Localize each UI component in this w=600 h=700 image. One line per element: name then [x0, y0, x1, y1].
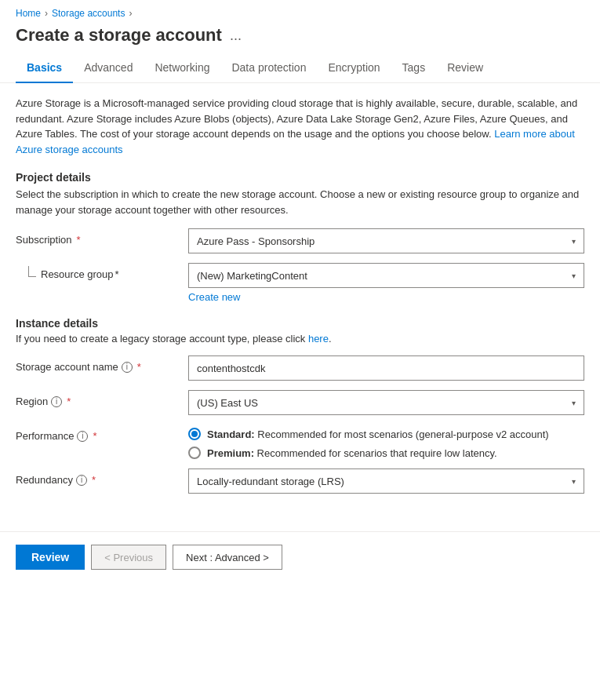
tab-data-protection[interactable]: Data protection	[220, 55, 317, 83]
main-content: Azure Storage is a Microsoft-managed ser…	[0, 83, 600, 516]
redundancy-label: Redundancy i *	[16, 468, 188, 486]
footer: Review < Previous Next : Advanced >	[0, 532, 600, 582]
legacy-link[interactable]: here	[308, 333, 329, 345]
subscription-control: Azure Pass - Sponsorship ▾	[188, 228, 584, 253]
project-details-desc: Select the subscription in which to crea…	[16, 187, 584, 217]
region-info-icon[interactable]: i	[51, 396, 62, 407]
instance-details-title: Instance details	[16, 317, 584, 330]
subscription-value: Azure Pass - Sponsorship	[197, 235, 315, 247]
region-dropdown[interactable]: (US) East US ▾	[188, 390, 584, 415]
breadcrumb: Home › Storage accounts ›	[0, 0, 600, 22]
storage-name-row: Storage account name i *	[16, 355, 584, 381]
resource-group-row: Resource group * (New) MarketingContent …	[16, 263, 584, 288]
storage-name-label: Storage account name i *	[16, 355, 188, 373]
breadcrumb-sep-1: ›	[45, 8, 48, 19]
subscription-dropdown[interactable]: Azure Pass - Sponsorship ▾	[188, 228, 584, 253]
region-required: *	[67, 396, 71, 407]
tab-review[interactable]: Review	[436, 55, 494, 83]
legacy-text: If you need to create a legacy storage a…	[16, 333, 584, 345]
subscription-required: *	[77, 234, 81, 246]
redundancy-chevron-icon: ▾	[572, 477, 576, 486]
redundancy-control: Locally-redundant storage (LRS) ▾	[188, 468, 584, 494]
resource-group-required: *	[115, 268, 119, 280]
tab-tags[interactable]: Tags	[391, 55, 437, 83]
tab-encryption[interactable]: Encryption	[317, 55, 391, 83]
region-chevron-icon: ▾	[572, 399, 576, 407]
storage-name-control	[188, 355, 584, 381]
region-label: Region i *	[16, 390, 188, 407]
performance-standard-option[interactable]: Standard: Recommended for most scenarios…	[188, 428, 584, 440]
performance-premium-radio[interactable]	[188, 447, 201, 459]
tab-bar: Basics Advanced Networking Data protecti…	[0, 55, 600, 83]
performance-row: Performance i * Standard: Recommended fo…	[16, 425, 584, 459]
performance-info-icon[interactable]: i	[77, 431, 88, 442]
performance-control: Standard: Recommended for most scenarios…	[188, 425, 584, 459]
previous-button[interactable]: < Previous	[91, 545, 166, 570]
resource-group-chevron-icon: ▾	[572, 272, 576, 280]
storage-name-input[interactable]	[188, 355, 584, 381]
tab-networking[interactable]: Networking	[144, 55, 220, 83]
create-new-link[interactable]: Create new	[188, 291, 584, 303]
resource-group-label: Resource group *	[16, 263, 188, 280]
review-button[interactable]: Review	[16, 545, 85, 570]
subscription-label: Subscription *	[16, 228, 188, 246]
breadcrumb-home[interactable]: Home	[16, 8, 41, 19]
tab-basics[interactable]: Basics	[16, 55, 73, 83]
performance-radio-group: Standard: Recommended for most scenarios…	[188, 425, 584, 459]
region-value: (US) East US	[197, 397, 258, 409]
tab-advanced[interactable]: Advanced	[73, 55, 144, 83]
region-control: (US) East US ▾	[188, 390, 584, 415]
performance-standard-radio[interactable]	[188, 428, 201, 440]
redundancy-required: *	[92, 474, 96, 486]
redundancy-dropdown[interactable]: Locally-redundant storage (LRS) ▾	[188, 468, 584, 494]
storage-name-required: *	[137, 361, 141, 373]
redundancy-value: Locally-redundant storage (LRS)	[197, 476, 344, 487]
region-row: Region i * (US) East US ▾	[16, 390, 584, 415]
page-title: Create a storage account	[16, 25, 222, 46]
redundancy-info-icon[interactable]: i	[76, 475, 87, 486]
project-details-title: Project details	[16, 171, 584, 184]
ellipsis-button[interactable]: ...	[230, 27, 242, 44]
performance-standard-label: Standard: Recommended for most scenarios…	[207, 428, 549, 440]
performance-premium-option[interactable]: Premium: Recommended for scenarios that …	[188, 447, 584, 459]
breadcrumb-sep-2: ›	[129, 8, 132, 19]
resource-group-dropdown[interactable]: (New) MarketingContent ▾	[188, 263, 584, 288]
performance-premium-label: Premium: Recommended for scenarios that …	[207, 447, 497, 459]
page-header: Create a storage account ...	[0, 22, 600, 55]
next-button[interactable]: Next : Advanced >	[173, 545, 282, 570]
performance-required: *	[93, 430, 96, 442]
service-description: Azure Storage is a Microsoft-managed ser…	[16, 96, 584, 157]
breadcrumb-storage-accounts[interactable]: Storage accounts	[52, 8, 125, 19]
redundancy-row: Redundancy i * Locally-redundant storage…	[16, 468, 584, 494]
resource-group-control: (New) MarketingContent ▾	[188, 263, 584, 288]
subscription-chevron-icon: ▾	[572, 237, 576, 246]
performance-label: Performance i *	[16, 425, 188, 442]
indent-corner	[28, 266, 36, 277]
subscription-row: Subscription * Azure Pass - Sponsorship …	[16, 228, 584, 253]
storage-name-info-icon[interactable]: i	[122, 362, 133, 373]
resource-group-value: (New) MarketingContent	[197, 270, 307, 282]
